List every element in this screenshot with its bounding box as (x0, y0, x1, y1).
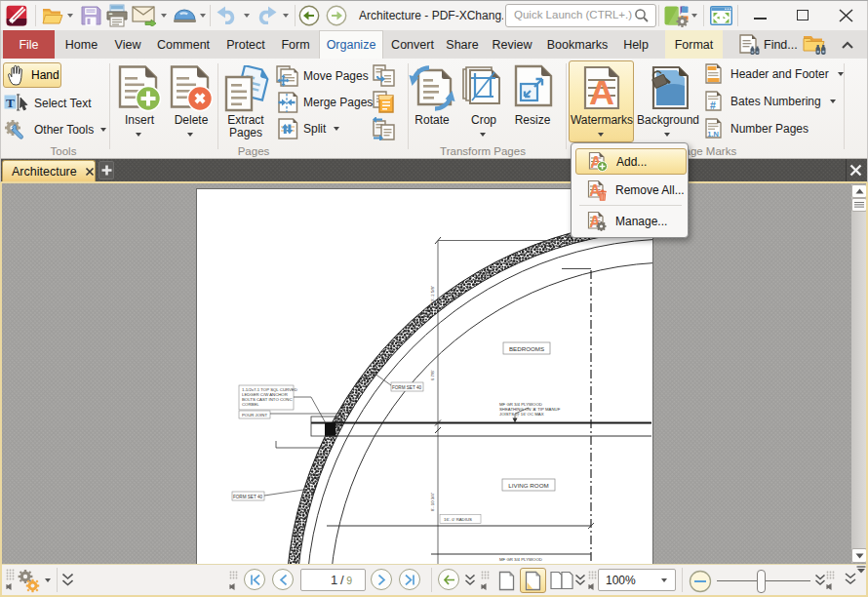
svg-text:FORM SET 40: FORM SET 40 (233, 495, 262, 499)
svg-text:16'- 0' RADIUS: 16'- 0' RADIUS (444, 517, 472, 522)
svg-text:JOISTS @ 16' OC MAX: JOISTS @ 16' OC MAX (499, 412, 544, 417)
svg-text:FORM SET 40: FORM SET 40 (392, 385, 421, 390)
svg-text:8'- 10 3/4": 8'- 10 3/4" (430, 492, 435, 511)
svg-text:LIVING ROOM: LIVING ROOM (508, 482, 548, 489)
svg-text:MF GR 3/4 PLYWOOD: MF GR 3/4 PLYWOOD (499, 557, 542, 562)
svg-text:A: A (589, 74, 614, 110)
svg-text:10'- 2 5/8": 10'- 2 5/8" (430, 285, 435, 304)
svg-text:A: A (589, 181, 601, 198)
svg-text:CORBEL: CORBEL (242, 402, 259, 407)
svg-text:BEDROOMS: BEDROOMS (509, 345, 544, 352)
svg-text:POUR JOINT: POUR JOINT (242, 413, 267, 418)
svg-text:#: # (710, 100, 716, 111)
svg-text:6 7/8": 6 7/8" (430, 369, 435, 380)
svg-text:T: T (6, 96, 15, 110)
svg-text:1.N: 1.N (707, 130, 719, 139)
